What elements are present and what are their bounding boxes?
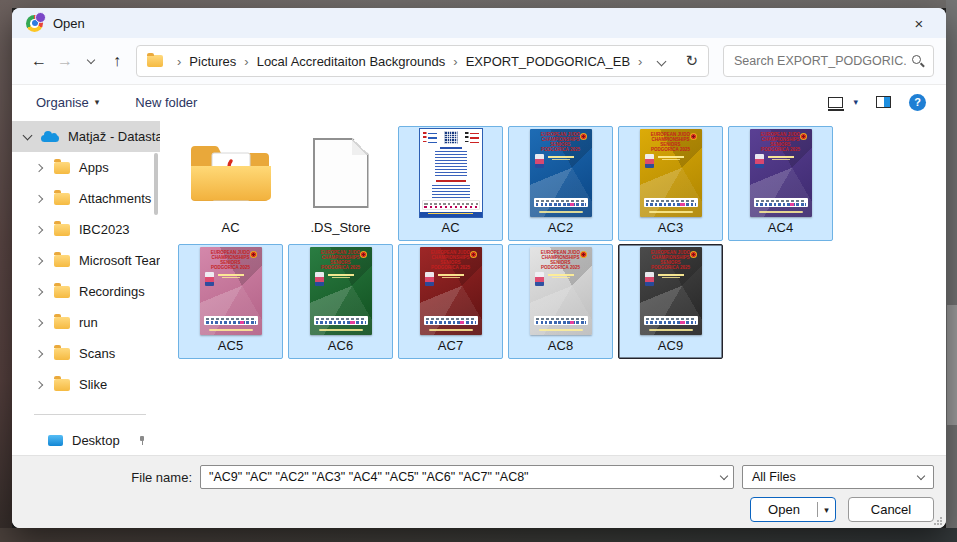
forward-button[interactable]: → (52, 48, 78, 74)
chevron-right-icon[interactable] (35, 349, 43, 357)
sidebar-item-scans[interactable]: Scans (12, 338, 160, 369)
open-button[interactable]: Open ▾ (750, 497, 836, 522)
window-title: Open (53, 16, 85, 31)
address-bar[interactable]: › Pictures › Local Accreditaiton Backgro… (136, 45, 709, 77)
chevron-right-icon[interactable] (35, 163, 43, 171)
breadcrumb-separator: › (238, 54, 254, 69)
thumbnail (399, 127, 502, 219)
poster-sponsors (644, 316, 698, 325)
chrome-icon (26, 15, 43, 32)
filename-field[interactable] (200, 465, 734, 489)
chevron-right-icon[interactable] (35, 318, 43, 326)
card-detail (435, 151, 467, 177)
search-input[interactable] (732, 53, 908, 69)
file-tile-ac3[interactable]: EUROPEAN JUDOCHAMPIONSHIPSSENIORSPODGORI… (618, 126, 723, 241)
breadcrumb-local-accreditaiton-backgrounds[interactable]: Local Accreditaiton Backgrounds (255, 54, 448, 69)
filename-dropdown-chevron-icon[interactable] (720, 471, 728, 479)
sidebar-item-apps[interactable]: Apps (12, 152, 160, 183)
chevron-right-icon[interactable] (35, 287, 43, 295)
poster-emblem (645, 154, 654, 168)
file-tile-ac4[interactable]: EUROPEAN JUDOCHAMPIONSHIPSSENIORSPODGORI… (728, 126, 833, 241)
sidebar-root-label: Matjaž - Datasta (68, 129, 160, 144)
sidebar-scrollbar-thumb[interactable] (154, 153, 158, 215)
up-button[interactable]: ↑ (104, 48, 130, 74)
preview-pane-icon[interactable] (876, 96, 891, 108)
sidebar-item-ibc2023[interactable]: IBC2023 (12, 214, 160, 245)
card-detail (420, 212, 482, 218)
file-label: AC3 (619, 219, 722, 238)
poster-thumbnail: EUROPEAN JUDOCHAMPIONSHIPSSENIORSPODGORI… (310, 247, 372, 335)
sidebar-item-label: IBC2023 (79, 222, 130, 237)
new-folder-button[interactable]: New folder (135, 95, 197, 110)
file-tile-ac5[interactable]: EUROPEAN JUDOCHAMPIONSHIPSSENIORSPODGORI… (178, 244, 283, 359)
dialog-content: Matjaž - Datasta Apps Attachments IBC202… (12, 119, 946, 455)
open-dialog: Open × ← → ↑ › Pictures › Local Accredit… (12, 8, 946, 528)
view-mode-icon[interactable] (828, 97, 843, 108)
folder-icon (147, 55, 163, 67)
close-button[interactable]: × (902, 10, 936, 36)
resize-grip[interactable] (934, 517, 942, 525)
file-tile-ac7[interactable]: EUROPEAN JUDOCHAMPIONSHIPSSENIORSPODGORI… (398, 244, 503, 359)
folder-icon (54, 255, 70, 267)
organise-button[interactable]: Organise ▾ (36, 95, 99, 110)
page-background-top (0, 0, 957, 8)
command-bar: Organise ▾ New folder ▾ ? (12, 85, 946, 119)
sidebar-item-slike[interactable]: Slike (12, 369, 160, 400)
thumbnail: EUROPEAN JUDOCHAMPIONSHIPSSENIORSPODGORI… (619, 245, 722, 337)
poster-badge-icon (800, 133, 807, 140)
recent-locations-button[interactable] (78, 48, 104, 74)
sidebar-item-desktop[interactable]: Desktop (12, 425, 160, 455)
sidebar-item-run[interactable]: run (12, 307, 160, 338)
sidebar-item-attachments[interactable]: Attachments (12, 183, 160, 214)
back-button[interactable]: ← (26, 48, 52, 74)
file-tile-ac-folder[interactable]: AC (178, 126, 283, 241)
cancel-button[interactable]: Cancel (848, 497, 934, 522)
poster-badge-icon (250, 251, 257, 258)
refresh-button[interactable]: ↻ (685, 52, 698, 70)
folder-icon (54, 224, 70, 236)
sidebar-item-recordings[interactable]: Recordings (12, 276, 160, 307)
sidebar-item-microsoft-teams[interactable]: Microsoft Tear (12, 245, 160, 276)
file-tile-ac[interactable]: AC (398, 126, 503, 241)
file-tile-ds-store[interactable]: .DS_Store (288, 126, 393, 241)
filetype-select[interactable]: All Files (742, 465, 934, 489)
breadcrumb-pictures[interactable]: Pictures (187, 54, 238, 69)
file-list-area[interactable]: AC .DS_Store (160, 119, 946, 455)
poster-sponsors (204, 316, 258, 325)
chevron-expanded-icon[interactable] (23, 130, 33, 140)
page-scrollbar-thumb[interactable] (947, 305, 957, 425)
file-tile-ac8[interactable]: EUROPEAN JUDOCHAMPIONSHIPSSENIORSPODGORI… (508, 244, 613, 359)
thumbnail: EUROPEAN JUDOCHAMPIONSHIPSSENIORSPODGORI… (509, 127, 612, 219)
address-dropdown-chevron-icon[interactable] (657, 56, 667, 66)
file-grid: AC .DS_Store (160, 119, 946, 359)
help-button[interactable]: ? (909, 94, 926, 111)
search-box[interactable] (723, 45, 934, 77)
card-detail (436, 180, 466, 182)
page-scrollbar[interactable] (946, 0, 957, 542)
file-tile-ac9[interactable]: EUROPEAN JUDOCHAMPIONSHIPSSENIORSPODGORI… (618, 244, 723, 359)
file-label: AC8 (509, 337, 612, 356)
close-icon: × (915, 15, 924, 32)
chevron-right-icon[interactable] (35, 194, 43, 202)
chrome-profile-badge (35, 12, 46, 23)
view-mode-caret-icon[interactable]: ▾ (853, 97, 858, 107)
up-icon: ↑ (113, 52, 121, 70)
file-tile-ac6[interactable]: EUROPEAN JUDOCHAMPIONSHIPSSENIORSPODGORI… (288, 244, 393, 359)
breadcrumb-separator: › (632, 54, 648, 69)
open-dropdown-caret-icon[interactable]: ▾ (818, 505, 835, 515)
new-folder-label: New folder (135, 95, 197, 110)
forward-icon: → (57, 52, 73, 70)
breadcrumb-export-podgorica-eb[interactable]: EXPORT_PODGORICA_EB (464, 54, 632, 69)
file-tile-ac2[interactable]: EUROPEAN JUDOCHAMPIONSHIPSSENIORSPODGORI… (508, 126, 613, 241)
filename-label: File name: (24, 470, 192, 485)
file-label: AC (179, 219, 282, 238)
sidebar-item-onedrive-root[interactable]: Matjaž - Datasta (12, 121, 160, 152)
filename-input[interactable] (207, 469, 721, 485)
page-background-bottom (0, 528, 957, 542)
chevron-right-icon[interactable] (35, 380, 43, 388)
chevron-right-icon[interactable] (35, 225, 43, 233)
poster-badge-icon (470, 251, 477, 258)
poster-sponsors (754, 198, 808, 207)
card-detail (432, 185, 470, 198)
chevron-right-icon[interactable] (35, 256, 43, 264)
